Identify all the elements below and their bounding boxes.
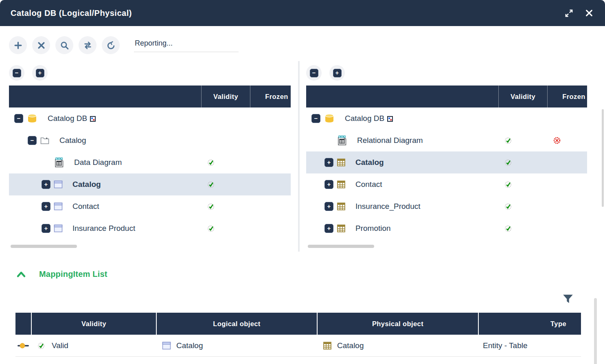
- expand-toggle[interactable]: [42, 180, 50, 189]
- validity-cell: [201, 225, 250, 232]
- sync-button[interactable]: [79, 36, 96, 54]
- expand-icon: [564, 9, 574, 18]
- expand-toggle[interactable]: [324, 224, 333, 233]
- mapping-link-icon: [17, 342, 29, 349]
- horizontal-scrollbar[interactable]: [11, 245, 77, 248]
- expand-toggle[interactable]: [42, 224, 50, 233]
- expand-toggle[interactable]: [42, 202, 50, 211]
- add-button[interactable]: [9, 36, 27, 54]
- validity-cell: [498, 203, 547, 210]
- validity-cell: [498, 159, 547, 166]
- type-label: Entity - Table: [478, 341, 581, 350]
- logical-tree-panel: Validity Frozen Catalog DB Catalog: [9, 65, 291, 248]
- mapping-header-row: Validity Logical object Physical object …: [15, 313, 581, 335]
- folder-icon: [40, 136, 50, 145]
- tree-label: Catalog: [72, 180, 101, 189]
- validity-cell: [201, 181, 250, 188]
- column-header-logical-object: Logical object: [156, 313, 317, 335]
- chevron-up-icon: [16, 270, 26, 278]
- tree-row-contact-entity[interactable]: Contact: [9, 195, 291, 217]
- report-filter-input[interactable]: [134, 38, 239, 52]
- tree-row-catalog-entity[interactable]: Catalog: [9, 173, 291, 195]
- collapse-toggle[interactable]: [311, 114, 320, 123]
- expand-button[interactable]: [563, 8, 574, 18]
- column-header-name: [306, 86, 498, 107]
- table-icon: [337, 202, 346, 211]
- table-icon: [337, 158, 346, 167]
- close-button[interactable]: [584, 8, 594, 18]
- validity-label: Valid: [52, 341, 68, 350]
- collapse-toggle[interactable]: [28, 136, 37, 145]
- model-badge-icon: [90, 115, 96, 124]
- cross-icon: [37, 41, 46, 50]
- tree-row-catalog-table[interactable]: Catalog: [306, 151, 587, 173]
- tree-header-row: Validity Frozen: [306, 86, 587, 107]
- model-badge-icon: [387, 115, 393, 124]
- tree-row-catalog-db[interactable]: Catalog DB: [9, 107, 291, 129]
- vertical-scrollbar[interactable]: [602, 109, 604, 207]
- entity-icon: [162, 341, 171, 350]
- tree-row-promotion-table[interactable]: Promotion: [306, 217, 587, 239]
- panel-divider[interactable]: [298, 61, 300, 252]
- valid-icon: [504, 159, 512, 166]
- database-icon: [324, 113, 335, 124]
- tree-row-catalog-db[interactable]: Catalog DB: [306, 107, 587, 129]
- expand-all-button[interactable]: [32, 65, 48, 81]
- validity-cell: [201, 159, 250, 166]
- tree-row-insurance-product-table[interactable]: Insurance_Product: [306, 195, 587, 217]
- physical-object-label: Catalog: [337, 341, 364, 350]
- tree-label: Promotion: [355, 224, 391, 233]
- mapping-table: Validity Logical object Physical object …: [15, 313, 581, 357]
- table-icon: [337, 180, 346, 189]
- validity-cell: [498, 181, 547, 188]
- entity-icon: [54, 180, 63, 189]
- validity-cell: [201, 203, 250, 210]
- filter-button[interactable]: [562, 294, 574, 305]
- horizontal-scrollbar[interactable]: [308, 245, 374, 248]
- tree-row-data-diagram[interactable]: Data Diagram: [9, 151, 291, 173]
- collapse-all-button[interactable]: [306, 65, 322, 81]
- valid-icon: [504, 181, 512, 188]
- validity-cell: [498, 137, 547, 144]
- tree-row-contact-table[interactable]: Contact: [306, 173, 587, 195]
- database-icon: [26, 113, 38, 124]
- column-header-validity: Validity: [201, 86, 250, 107]
- undo-button[interactable]: [102, 36, 120, 54]
- undo-arrow-icon: [106, 41, 116, 50]
- valid-icon: [207, 203, 215, 210]
- tree-row-relational-diagram[interactable]: Relational Diagram: [306, 129, 587, 151]
- diagram-icon: [54, 157, 64, 168]
- tree-label: Relational Diagram: [357, 136, 423, 145]
- column-header-physical-object: Physical object: [317, 313, 478, 335]
- mapping-row[interactable]: Valid Catalog Catalog Entity - Table: [15, 335, 581, 357]
- tree-header-row: Validity Frozen: [9, 86, 291, 107]
- diagram-icon: [337, 135, 347, 146]
- delete-button[interactable]: [32, 36, 50, 54]
- validity-cell: [498, 225, 547, 232]
- tree-row-insurance-product-entity[interactable]: Insurance Product: [9, 217, 291, 239]
- valid-icon: [207, 181, 215, 188]
- collapse-all-button[interactable]: [9, 65, 24, 81]
- column-header-frozen: Frozen: [250, 86, 291, 107]
- valid-icon: [207, 159, 215, 166]
- plus-icon: [36, 69, 44, 77]
- close-icon: [585, 9, 594, 18]
- expand-all-button[interactable]: [329, 65, 345, 81]
- tree-row-catalog-folder[interactable]: Catalog: [9, 129, 291, 151]
- minus-icon: [310, 69, 318, 77]
- column-header-name: [9, 86, 201, 107]
- vertical-scrollbar[interactable]: [594, 298, 597, 364]
- valid-icon: [504, 225, 512, 232]
- collapse-toggle[interactable]: [14, 114, 23, 123]
- dialog-window: Catalog DB (Logical/Physical): [0, 0, 605, 364]
- table-icon: [337, 224, 346, 233]
- tree-label: Catalog: [59, 136, 86, 145]
- expand-toggle[interactable]: [324, 180, 333, 189]
- plus-icon: [333, 69, 342, 77]
- expand-toggle[interactable]: [324, 158, 333, 167]
- collapse-section-button[interactable]: [16, 270, 26, 278]
- search-button[interactable]: [55, 36, 73, 54]
- magnifier-icon: [60, 41, 69, 50]
- entity-icon: [54, 202, 63, 211]
- expand-toggle[interactable]: [324, 202, 333, 211]
